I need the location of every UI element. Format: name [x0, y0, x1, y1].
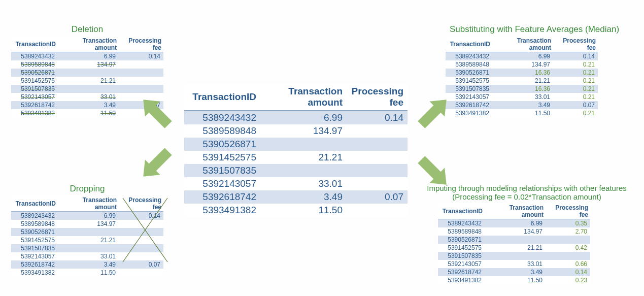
cell-amount: 33.01 — [485, 260, 546, 268]
cell-fee — [546, 252, 590, 260]
cell-id: 5392143057 — [11, 93, 58, 101]
cell-fee — [347, 151, 408, 164]
cell-amount — [260, 138, 347, 151]
table-row: 539150783516.360.21 — [446, 85, 598, 93]
table-row: 53892434326.990.14 — [184, 111, 408, 124]
cell-fee: 0.07 — [553, 101, 598, 109]
cell-id: 5390526871 — [438, 236, 485, 244]
table-row: 539145257521.210.42 — [438, 244, 590, 252]
panel-median: Substituting with Feature Averages (Medi… — [446, 24, 623, 117]
cell-id: 5392143057 — [438, 260, 485, 268]
cell-fee — [347, 138, 408, 151]
col-header: Processing fee — [553, 37, 598, 52]
table-row: 5389589848134.97 — [11, 220, 163, 228]
cell-amount: 3.49 — [58, 260, 119, 269]
cell-id: 5390526871 — [446, 69, 492, 77]
col-header: Processing fee — [119, 37, 163, 52]
cell-fee: 0.21 — [553, 85, 598, 93]
cell-amount: 21.21 — [485, 244, 546, 252]
cell-fee: 0.21 — [553, 109, 598, 117]
cell-amount: 3.49 — [260, 190, 347, 204]
table-row: 5389589848134.972.70 — [438, 227, 590, 236]
cell-amount — [260, 164, 347, 177]
cell-fee — [347, 124, 408, 138]
cell-amount: 3.49 — [485, 268, 546, 276]
table-row: 53892434326.990.14 — [11, 52, 163, 61]
cell-amount: 6.99 — [58, 212, 119, 220]
cell-id: 5391452575 — [11, 236, 58, 244]
cell-amount: 134.97 — [485, 227, 546, 236]
cell-fee: 0.07 — [347, 190, 408, 204]
cell-amount: 21.21 — [492, 77, 553, 85]
table-row: 53892434326.990.14 — [11, 212, 163, 220]
cell-fee: 0.14 — [553, 52, 598, 61]
cell-fee — [119, 236, 163, 244]
cell-id: 5392618742 — [438, 268, 485, 276]
panel-imputing: Imputing through modeling relationships … — [425, 184, 628, 284]
col-header: Transaction amount — [485, 204, 546, 219]
cell-id: 5389243432 — [11, 52, 58, 61]
table-row: 539349138211.50 — [11, 269, 163, 277]
col-header: Processing fee — [546, 204, 590, 219]
cell-id: 5390526871 — [184, 138, 260, 151]
cell-fee: 0.21 — [553, 77, 598, 85]
cell-id: 5393491382 — [446, 109, 492, 117]
cell-fee — [119, 60, 163, 69]
table-row: 539052687116.360.21 — [446, 69, 598, 77]
table-row: 5390526871 — [11, 228, 163, 236]
table-row: 539214305733.01 — [11, 93, 163, 101]
cell-amount: 134.97 — [58, 220, 119, 228]
cell-amount: 16.36 — [492, 69, 553, 77]
cell-fee — [347, 164, 408, 177]
col-header: Transaction amount — [260, 84, 347, 111]
cell-amount: 21.21 — [58, 77, 119, 85]
cell-amount — [58, 244, 119, 252]
cell-id: 5393491382 — [11, 269, 58, 277]
arrow-icon — [135, 143, 177, 185]
cell-id: 5393491382 — [184, 204, 260, 217]
cell-amount: 3.49 — [58, 101, 119, 109]
cell-id: 5389589848 — [11, 220, 58, 228]
col-header: Transaction amount — [58, 37, 119, 52]
cell-fee: 0.21 — [553, 60, 598, 69]
cell-id: 5392143057 — [446, 93, 492, 101]
cell-fee: 2.70 — [546, 227, 590, 236]
col-header: Transaction amount — [58, 196, 119, 212]
cell-fee: 0.21 — [553, 69, 598, 77]
table-row: 539349138211.500.21 — [446, 109, 598, 117]
cell-amount — [58, 85, 119, 93]
cell-id: 5389589848 — [438, 227, 485, 236]
table-row: 539214305733.01 — [184, 177, 408, 190]
cell-id: 5391452575 — [446, 77, 492, 85]
table-row: 5389589848134.97 — [184, 124, 408, 138]
cell-amount: 21.21 — [260, 151, 347, 164]
cell-amount: 3.49 — [492, 101, 553, 109]
table-row: 539145257521.210.21 — [446, 77, 598, 85]
cell-id: 5392143057 — [184, 177, 260, 190]
col-header: Transaction amount — [492, 37, 553, 52]
cell-fee — [119, 85, 163, 93]
cell-fee — [119, 252, 163, 260]
panel-title-deletion: Deletion — [11, 24, 163, 35]
cell-amount: 11.50 — [485, 276, 546, 284]
cell-amount: 11.50 — [492, 109, 553, 117]
cell-fee — [119, 220, 163, 228]
cell-amount — [58, 69, 119, 77]
table-row: 53892434326.990.14 — [446, 52, 598, 61]
table-row: 5389589848134.97 — [11, 60, 163, 69]
table-row: 53926187423.490.14 — [438, 268, 590, 276]
cell-amount: 6.99 — [58, 52, 119, 61]
cell-fee — [347, 204, 408, 217]
table-source: TransactionID Transaction amount Process… — [184, 84, 408, 217]
cell-id: 5390526871 — [11, 69, 58, 77]
cell-id: 5391452575 — [11, 77, 58, 85]
cell-id: 5389243432 — [438, 219, 485, 227]
cell-fee — [347, 177, 408, 190]
table-row: 539214305733.010.21 — [446, 93, 598, 101]
col-header: TransactionID — [446, 37, 492, 52]
table-row: 539145257521.21 — [11, 236, 163, 244]
cell-fee: 0.42 — [546, 244, 590, 252]
cell-amount: 33.01 — [58, 252, 119, 260]
cell-id: 5392143057 — [11, 252, 58, 260]
table-row: 53892434326.990.35 — [438, 219, 590, 227]
